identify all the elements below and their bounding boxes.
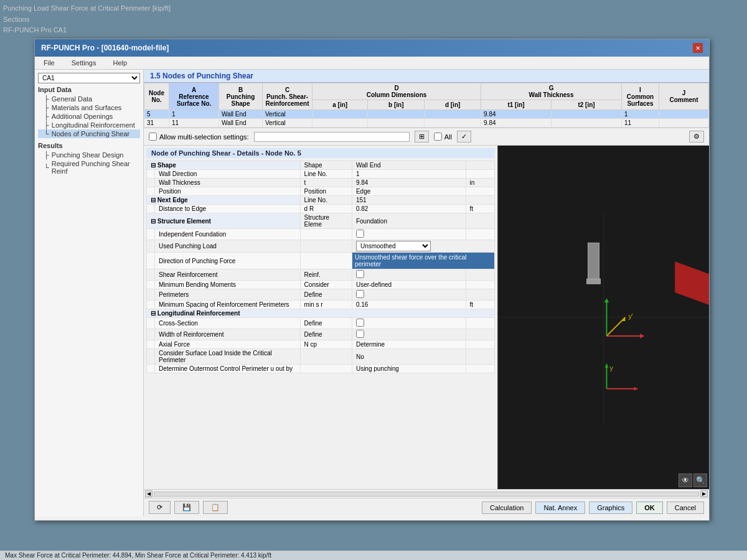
detail-label-indep-found: Independent Foundation (155, 229, 301, 240)
scroll-right-btn[interactable]: ▶ (700, 490, 708, 497)
preview-toolbar: 👁 🔍 (677, 472, 709, 489)
detail-val-dir-punch: Unsmoothed shear force over the critical… (352, 253, 494, 269)
sidebar-item-materials[interactable]: ├Materials and Surfaces (38, 103, 140, 112)
confirm-button[interactable]: ✓ (457, 131, 471, 142)
detail-row-shear-reinf: Shear Reinforcement Reinf. (147, 269, 495, 281)
cell-b (368, 110, 425, 119)
preview-eye-button[interactable]: 👁 (679, 474, 692, 487)
sidebar-item-punching-design[interactable]: ├Punching Shear Design (38, 151, 140, 159)
bottom-right-buttons: Calculation Nat. Annex Graphics OK Cance… (482, 502, 704, 514)
detail-val-min-bend: User-defined (352, 281, 466, 289)
detail-label-dist-edge: Distance to Edge (155, 205, 301, 213)
detail-val-line-no: 151 (352, 196, 466, 205)
nat-annex-button[interactable]: Nat. Annex (535, 502, 585, 514)
toolbar-row: Allow multi-selection settings: ⊞ All ✓ … (144, 128, 709, 146)
icon-btn-1[interactable]: ⟳ (149, 501, 171, 514)
cell-node: 5 (144, 110, 169, 119)
cell-comment (659, 110, 709, 119)
col-group-d: DColumn Dimensions (312, 83, 481, 100)
col-j: JComment (659, 83, 709, 110)
cancel-button[interactable]: Cancel (667, 502, 704, 514)
col-t2-in: t2 [in] (552, 100, 622, 110)
sidebar-item-openings[interactable]: ├Additional Openings (38, 112, 140, 121)
detail-val-outermost: Using punching (352, 365, 466, 373)
sidebar-item-general[interactable]: ├General Data (38, 95, 140, 103)
settings-button[interactable]: ⚙ (689, 131, 704, 142)
cell-common: 1 (622, 110, 659, 119)
cell-t1: 9.84 (481, 110, 552, 119)
scroll-left-btn[interactable]: ◀ (145, 490, 153, 497)
cell-d (425, 119, 481, 128)
width-reinf-checkbox[interactable] (356, 330, 364, 338)
detail-label-wall-thick: Wall Thickness (155, 179, 301, 187)
preview-zoom-button[interactable]: 🔍 (693, 474, 707, 487)
title-bar: RF-PUNCH Pro - [001640-model-file] ✕ (35, 39, 709, 57)
all-checkbox[interactable] (434, 133, 442, 141)
col-d-in: d [in] (425, 100, 481, 110)
detail-table: ⊟ Shape Shape Wall End Wall Direction Li… (146, 161, 495, 373)
close-button[interactable]: ✕ (693, 43, 703, 53)
detail-group-shape: ⊟ Shape Shape Wall End (147, 161, 495, 170)
col-node-no: Node No. (144, 83, 169, 110)
detail-label-used-punch: Used Punching Load (155, 240, 301, 253)
indep-found-checkbox[interactable] (356, 230, 364, 238)
col-group-g: GWall Thickness (481, 83, 622, 100)
bottom-bar: ⟳ 💾 📋 Calculation Nat. Annex Graphics OK… (144, 498, 709, 516)
detail-val-surface-load: No (352, 349, 466, 365)
detail-row-width-reinf: Width of Reinforcement Define (147, 329, 495, 340)
all-checkbox-label: All (434, 133, 452, 141)
cell-t2 (552, 119, 622, 128)
col-i: ICommon Surfaces (622, 83, 659, 110)
region-selector[interactable]: CA1 (38, 73, 140, 83)
detail-label-shear-reinf: Shear Reinforcement (155, 269, 301, 281)
background-labels: Punching Load Shear Force at Critical Pe… (3, 3, 171, 36)
detail-val-structure: Foundation (352, 213, 466, 229)
menu-bar: File Settings Help (35, 57, 709, 70)
details-panel: Node of Punching Shear - Details - Node … (144, 146, 497, 489)
menu-settings[interactable]: Settings (68, 58, 100, 68)
detail-row-surface-load: Consider Surface Load Inside the Critica… (147, 349, 495, 365)
sidebar-item-longitudinal[interactable]: ├Longitudinal Reinforcement (38, 121, 140, 129)
table-row[interactable]: 5 1 Wall End Vertical 9.84 1 (144, 110, 709, 119)
nodes-table: Node No. AReference Surface No. BPunchin… (144, 83, 709, 128)
detail-row-min-bend: Minimum Bending Moments Consider User-de… (147, 281, 495, 289)
icon-btn-2[interactable]: 💾 (174, 501, 199, 514)
cell-ref: 11 (169, 119, 219, 128)
detail-row-min-spacing: Minimum Spacing of Reinforcement Perimet… (147, 301, 495, 309)
multi-selection-label: Allow multi-selection settings: (149, 133, 249, 141)
graphics-button[interactable]: Graphics (589, 502, 632, 514)
details-and-preview: Node of Punching Shear - Details - Node … (144, 146, 709, 489)
cell-b (368, 119, 425, 128)
shear-reinf-checkbox[interactable] (356, 270, 364, 278)
ok-button[interactable]: OK (636, 502, 663, 514)
perimeters-checkbox[interactable] (356, 290, 364, 298)
detail-label-dir-punch: Direction of Punching Force (155, 253, 301, 269)
multi-selection-input[interactable] (254, 132, 410, 142)
icon-btn-3[interactable]: 📋 (203, 501, 228, 514)
horizontal-scrollbar[interactable] (154, 492, 699, 497)
svg-rect-3 (588, 243, 599, 280)
cell-comment (659, 119, 709, 128)
detail-row-perimeters: Perimeters Define (147, 289, 495, 301)
menu-file[interactable]: File (40, 58, 59, 68)
detail-label-perimeters: Perimeters (155, 289, 301, 301)
detail-label-cross-section: Cross-Section (155, 318, 301, 329)
sidebar-item-nodes[interactable]: └Nodes of Punching Shear (38, 129, 140, 138)
detail-row-position: Position Position Edge (147, 187, 495, 196)
sidebar-item-required-reinf[interactable]: └Required Punching Shear Reinf (38, 159, 140, 175)
col-t1-in: t1 [in] (481, 100, 552, 110)
calculation-button[interactable]: Calculation (482, 502, 532, 514)
cell-a (312, 119, 368, 128)
cell-reinf: Vertical (263, 110, 312, 119)
filter-button[interactable]: ⊞ (415, 131, 429, 142)
menu-help[interactable]: Help (109, 58, 131, 68)
multi-selection-checkbox[interactable] (149, 133, 157, 141)
table-row[interactable]: 31 11 Wall End Vertical 9.84 11 (144, 119, 709, 128)
used-punching-load-select[interactable]: Unsmoothed Smoothed (356, 241, 431, 251)
svg-text:y': y' (628, 312, 633, 320)
cross-section-checkbox[interactable] (356, 319, 364, 327)
window-title: RF-PUNCH Pro - [001640-model-file] (41, 44, 169, 52)
preview-canvas: y' y (498, 146, 709, 489)
detail-label-outermost: Determine Outermost Control Perimeter u … (155, 365, 301, 373)
detail-val-wall-dir: 1 (352, 170, 466, 179)
